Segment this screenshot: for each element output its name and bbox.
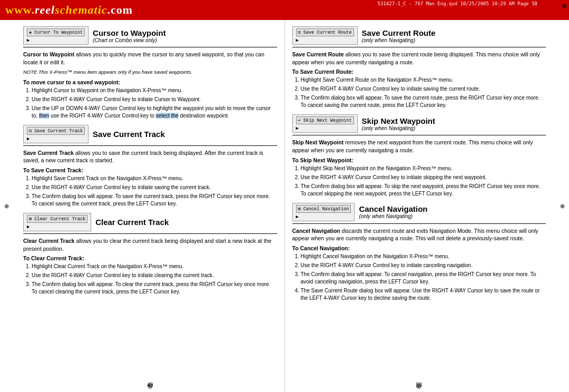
cancel-nav-steps: Highlight Cancel Navigation on the Navig… (301, 253, 546, 302)
cancel-nav-icon-label: ⊠ Cancel Navigation (296, 205, 351, 213)
save-track-title: Save Current Track (93, 130, 165, 139)
cancel-nav-title: Cancel Navigation (359, 204, 427, 213)
skip-waypoint-step-1: Highlight Skip Next Waypoint on the Navi… (301, 165, 546, 172)
cursor-waypoint-title: Cursor to Waypoint (93, 28, 166, 37)
clear-track-step-3: The Confirm dialog box will appear. To c… (32, 281, 277, 296)
save-route-intro: Save Current Route allows you to save th… (292, 51, 546, 66)
cancel-nav-step-4: The Save Current Route dialog box will a… (301, 287, 546, 302)
cursor-waypoint-subtitle: (Chart or Combo view only) (93, 37, 166, 43)
section-skip-next-waypoint: ↩ Skip Next Waypoint ▶ Skip Next Waypoin… (292, 114, 546, 197)
skip-waypoint-step-3: The Confirm dialog box will appear. To s… (301, 183, 546, 198)
save-route-icon-label: ⊡ Save Current Route (296, 28, 354, 36)
clear-track-bold: Clear Current Track (23, 238, 74, 244)
skip-waypoint-subtitle: (only when Navigating) (362, 125, 435, 131)
header-bar: www.reelschematic.com 531427-1_C - 767 M… (0, 0, 569, 20)
skip-waypoint-subheading: To Skip Next Waypoint: (292, 157, 546, 163)
pages-container: ◈ Cursor To Waypoint ▶ Cursor to Waypoin… (16, 20, 553, 392)
cursor-waypoint-highlight: then (39, 113, 49, 119)
save-route-steps: Highlight Save Current Route on the Navi… (301, 76, 546, 109)
save-track-intro: Save Current Track allows you to save th… (23, 149, 277, 164)
skip-waypoint-title-area: Skip Next Waypoint (only when Navigating… (358, 114, 435, 133)
save-track-header: ⊡ Save Current Track ▶ Save Current Trac… (23, 125, 277, 146)
cursor-waypoint-icon-box: ◈ Cursor To Waypoint ▶ (23, 26, 89, 45)
section-save-current-track: ⊡ Save Current Track ▶ Save Current Trac… (23, 125, 277, 208)
save-route-bold: Save Current Route (292, 51, 344, 57)
save-track-icon-inner: ⊡ Save Current Track ▶ (27, 127, 85, 141)
save-route-subtitle: (only when Navigating) (362, 37, 436, 43)
save-track-step-1: Highlight Save Current Track on the Navi… (32, 175, 277, 182)
cursor-waypoint-title-area: Cursor to Waypoint (Chart or Combo view … (89, 26, 166, 45)
crosshair-bottom-left: ⊕ (147, 381, 153, 390)
save-route-header: ⊡ Save Current Route ▶ Save Current Rout… (292, 26, 546, 47)
save-route-title-area: Save Current Route (only when Navigating… (358, 26, 436, 45)
cancel-nav-title-area: Cancel Navigation (only when Navigating) (355, 203, 427, 221)
cursor-waypoint-bold: Cursor to Waypoint (23, 51, 74, 57)
page-right-content: ⊡ Save Current Route ▶ Save Current Rout… (292, 26, 546, 302)
skip-waypoint-icon-inner: ↩ Skip Next Waypoint ▶ (296, 116, 354, 131)
skip-waypoint-icon-box: ↩ Skip Next Waypoint ▶ (292, 114, 358, 133)
section-save-current-route: ⊡ Save Current Route ▶ Save Current Rout… (292, 26, 546, 109)
reel-text: reel (35, 3, 55, 16)
save-track-icon-box: ⊡ Save Current Track ▶ (23, 125, 89, 143)
cancel-nav-header: ⊠ Cancel Navigation ▶ Cancel Navigation … (292, 203, 546, 224)
save-route-title: Save Current Route (362, 28, 436, 37)
save-route-icon-box: ⊡ Save Current Route ▶ (292, 26, 358, 45)
cursor-waypoint-header: ◈ Cursor To Waypoint ▶ Cursor to Waypoin… (23, 26, 277, 47)
save-track-title-area: Save Current Track (89, 125, 165, 143)
cursor-waypoint-step-3: Use the UP or DOWN 4-WAY Cursor Control … (32, 105, 277, 120)
skip-waypoint-step-2: Use the RIGHT 4-WAY Cursor Control key t… (301, 174, 546, 181)
cursor-waypoint-icon-label: ◈ Cursor To Waypoint (27, 28, 85, 36)
clear-track-icon-box: ⊠ Clear Current Track ▶ (23, 213, 91, 231)
cursor-waypoint-subheading: To move cursor to a saved waypoint: (23, 79, 277, 85)
cancel-nav-subtitle: (only when Navigating) (359, 213, 427, 219)
save-route-step-2: Use the RIGHT 4-WAY Cursor Control key t… (301, 85, 546, 93)
cancel-nav-subheading: To Cancel Navigation: (292, 245, 546, 251)
page-right: ⊡ Save Current Route ▶ Save Current Rout… (285, 20, 554, 392)
cursor-waypoint-icon-inner: ◈ Cursor To Waypoint ▶ (27, 28, 85, 43)
clear-track-step-2: Use the RIGHT 4-WAY Cursor Control key t… (32, 272, 277, 279)
cancel-nav-arrow: ▶ (296, 214, 299, 219)
dotcom-text: .com (107, 3, 133, 16)
save-route-arrow: ▶ (296, 37, 299, 43)
cursor-waypoint-step-2: Use the RIGHT 4-WAY Cursor Control key t… (32, 96, 277, 103)
site-logo: www.reelschematic.com (5, 3, 133, 17)
save-track-arrow: ▶ (27, 136, 30, 141)
crosshair-bottom-right: ⊕ (416, 381, 422, 390)
skip-waypoint-steps: Highlight Skip Next Waypoint on the Navi… (301, 165, 546, 198)
save-route-step-1: Highlight Save Current Route on the Navi… (301, 76, 546, 84)
cursor-waypoint-arrow: ▶ (27, 37, 30, 43)
cursor-waypoint-note: NOTE This X-Press™ menu item appears onl… (23, 68, 277, 75)
save-route-subheading: To Save Current Route: (292, 68, 546, 75)
section-cancel-navigation: ⊠ Cancel Navigation ▶ Cancel Navigation … (292, 203, 546, 302)
cancel-nav-intro: Cancel Navigation discards the current r… (292, 227, 546, 242)
cancel-nav-step-1: Highlight Cancel Navigation on the Navig… (301, 253, 546, 260)
save-track-subheading: To Save Current Track: (23, 167, 277, 173)
clear-track-arrow: ▶ (27, 224, 30, 229)
margin-right: ⊕ (553, 20, 569, 392)
save-track-bold: Save Current Track (23, 150, 74, 156)
www-text: www. (5, 3, 35, 16)
margin-left: ⊕ (0, 20, 16, 392)
section-clear-current-track: ⊠ Clear Current Track ▶ Clear Current Tr… (23, 213, 277, 296)
page-left-content: ◈ Cursor To Waypoint ▶ Cursor to Waypoin… (23, 26, 277, 296)
crosshair-top-right: ⊕ (562, 2, 567, 9)
file-info: 531427-1_C - 767 Man Eng.qxd 10/25/2005 … (378, 1, 537, 6)
page-left: ◈ Cursor To Waypoint ▶ Cursor to Waypoin… (16, 20, 285, 392)
save-track-step-3: The Confirm dialog box will appear. To s… (32, 193, 277, 208)
save-route-icon-inner: ⊡ Save Current Route ▶ (296, 28, 354, 43)
cursor-waypoint-steps: Highlight Cursor to Waypoint on the Navi… (32, 87, 277, 120)
clear-track-steps: Highlight Clear Current Track on the Nav… (32, 263, 277, 296)
skip-waypoint-arrow: ▶ (296, 125, 299, 131)
clear-track-header: ⊠ Clear Current Track ▶ Clear Current Tr… (23, 213, 277, 234)
skip-waypoint-title: Skip Next Waypoint (362, 116, 435, 125)
save-track-step-2: Use the RIGHT 4-WAY Cursor Control key t… (32, 184, 277, 191)
cancel-nav-step-3: The Confirm dialog box will appear. To c… (301, 271, 546, 286)
save-track-icon-label: ⊡ Save Current Track (27, 127, 85, 135)
clear-track-step-1: Highlight Clear Current Track on the Nav… (32, 263, 277, 270)
clear-track-subheading: To Clear Current Track: (23, 255, 277, 261)
cancel-nav-icon-box: ⊠ Cancel Navigation ▶ (292, 203, 355, 221)
clear-track-title: Clear Current Track (95, 218, 169, 227)
cancel-nav-bold: Cancel Navigation (292, 228, 340, 234)
skip-waypoint-icon-label: ↩ Skip Next Waypoint (296, 116, 354, 124)
save-route-step-3: The Confirm dialog box will appear. To s… (301, 94, 546, 109)
